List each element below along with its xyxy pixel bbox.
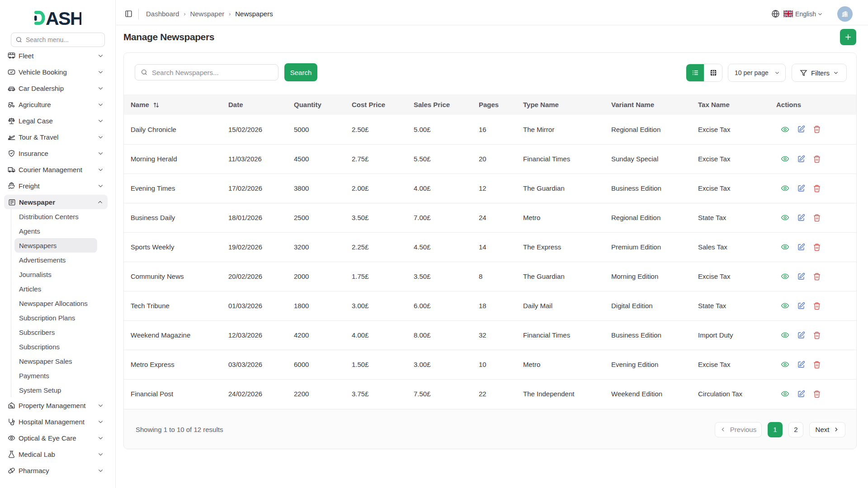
- svg-text:ASH: ASH: [46, 11, 81, 25]
